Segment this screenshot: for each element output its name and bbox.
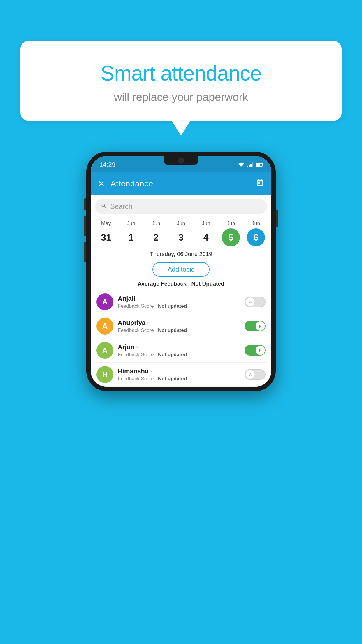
chevron-icon: › (150, 369, 152, 374)
student-item: AAnupriya ›Feedback Score : Not updatedP (95, 314, 267, 338)
selected-date: Thursday, 06 June 2019 (91, 248, 271, 260)
calendar-day[interactable]: Jun2 (144, 220, 168, 246)
student-feedback: Feedback Score : Not updated (118, 352, 240, 358)
battery-icon (256, 163, 263, 167)
phone-button-left-3 (84, 242, 86, 262)
cal-date-number: 3 (172, 228, 190, 246)
feedback-value: Not updated (158, 376, 187, 382)
cal-month-label: Jun (127, 220, 135, 227)
calendar-day[interactable]: Jun4 (194, 220, 218, 246)
cal-date-number: 6 (247, 228, 265, 246)
student-item: AArjun ›Feedback Score : Not updatedP (95, 338, 267, 363)
phone-frame: 14:29 (86, 152, 276, 391)
student-info: Anupriya ›Feedback Score : Not updated (118, 319, 240, 333)
calendar-day[interactable]: May31 (94, 220, 118, 246)
phone-notch (164, 156, 198, 165)
speech-bubble-container: Smart attendance will replace your paper… (20, 41, 342, 121)
svg-point-0 (241, 167, 242, 167)
student-info: Arjun ›Feedback Score : Not updated (118, 343, 240, 358)
feedback-value: Not updated (158, 328, 187, 333)
student-avatar: A (96, 318, 113, 335)
attendance-toggle[interactable]: A (245, 369, 266, 380)
bubble-subtitle: will replace your paperwork (38, 91, 324, 104)
chevron-icon: › (147, 320, 149, 326)
feedback-value: Not updated (158, 352, 187, 357)
cal-month-label: Jun (252, 220, 260, 227)
header-title: Attendance (110, 179, 250, 188)
student-name[interactable]: Arjun › (118, 343, 240, 351)
student-feedback: Feedback Score : Not updated (118, 376, 240, 382)
student-avatar: A (96, 342, 113, 359)
search-placeholder: Search (110, 202, 132, 211)
chevron-icon: › (136, 344, 138, 350)
avg-feedback-value: Not Updated (191, 281, 224, 287)
attendance-toggle[interactable]: P (245, 321, 266, 331)
student-feedback: Feedback Score : Not updated (118, 328, 240, 333)
student-name[interactable]: Himanshu › (118, 368, 240, 375)
calendar-icon[interactable] (256, 179, 264, 189)
student-item: HHimanshu ›Feedback Score : Not updatedA (95, 363, 267, 387)
student-avatar: H (96, 366, 113, 383)
student-feedback: Feedback Score : Not updated (118, 303, 240, 309)
battery-fill (257, 164, 260, 166)
search-bar[interactable]: Search (95, 199, 267, 214)
avg-feedback: Average Feedback : Not Updated (91, 279, 271, 290)
calendar-strip: May31Jun1Jun2Jun3Jun4Jun5Jun6 (91, 218, 271, 248)
wifi-icon (238, 162, 245, 167)
cal-date-number: 1 (122, 228, 140, 246)
cal-month-label: Jun (152, 220, 160, 227)
app-header: ✕ Attendance (91, 172, 271, 195)
phone-screen: 14:29 (91, 156, 271, 387)
feedback-value: Not updated (158, 303, 187, 309)
bubble-title: Smart attendance (38, 61, 324, 85)
toggle-knob: A (246, 370, 255, 379)
avg-feedback-label: Average Feedback : (138, 281, 191, 287)
calendar-day[interactable]: Jun6 (244, 220, 268, 246)
phone-button-left-2 (84, 216, 86, 236)
search-container: Search (91, 195, 271, 218)
speech-bubble: Smart attendance will replace your paper… (20, 41, 342, 121)
phone-camera (178, 158, 184, 164)
status-icons (238, 162, 263, 167)
phone-button-left-1 (84, 198, 86, 210)
calendar-day[interactable]: Jun1 (120, 220, 143, 246)
close-button[interactable]: ✕ (98, 179, 105, 189)
toggle-knob: A (246, 297, 255, 307)
cal-date-number: 5 (222, 228, 240, 246)
cal-date-number: 2 (147, 228, 165, 246)
attendance-toggle[interactable]: P (245, 345, 266, 356)
cal-date-number: 31 (97, 228, 115, 246)
cal-date-number: 4 (197, 228, 215, 246)
student-name[interactable]: Anjali › (118, 295, 240, 302)
attendance-toggle[interactable]: A (245, 297, 266, 307)
toggle-knob: P (256, 321, 265, 331)
student-info: Anjali ›Feedback Score : Not updated (118, 295, 240, 309)
cal-month-label: Jun (177, 220, 185, 227)
add-topic-container: Add topic (91, 260, 271, 279)
toggle-knob: P (256, 346, 265, 355)
cal-month-label: May (101, 220, 111, 227)
student-item: AAnjali ›Feedback Score : Not updatedA (95, 290, 267, 314)
calendar-day[interactable]: Jun3 (169, 220, 193, 246)
student-info: Himanshu ›Feedback Score : Not updated (118, 368, 240, 382)
calendar-day[interactable]: Jun5 (219, 220, 242, 246)
cal-month-label: Jun (227, 220, 235, 227)
student-avatar: A (96, 293, 113, 310)
phone-button-right (276, 210, 278, 228)
student-name[interactable]: Anupriya › (118, 319, 240, 327)
search-icon (101, 203, 107, 210)
add-topic-button[interactable]: Add topic (152, 262, 210, 277)
chevron-icon: › (137, 296, 138, 301)
student-list: AAnjali ›Feedback Score : Not updatedAAA… (91, 290, 271, 387)
signal-bars-icon (247, 162, 253, 167)
cal-month-label: Jun (202, 220, 210, 227)
phone-container: 14:29 (86, 152, 276, 391)
status-time: 14:29 (99, 161, 115, 169)
